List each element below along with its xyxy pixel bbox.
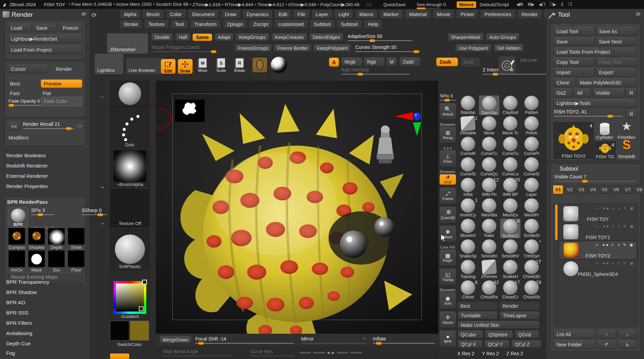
render-section-header[interactable]: Render Booleans: [6, 152, 83, 158]
brush-cell[interactable]: CurveTu: [500, 136, 521, 157]
toolbar-button[interactable]: Double: [151, 34, 173, 41]
brush-cell[interactable]: 1 InsertCy: [457, 198, 479, 218]
menu-item[interactable]: Preferences: [480, 10, 515, 18]
move-out-folder-button[interactable]: ↱: [596, 340, 616, 349]
brush-cell[interactable]: Layer: [521, 177, 542, 198]
bpr-pass[interactable]: Sss: [47, 251, 66, 272]
make-unified-skin-button[interactable]: Make Unified Skin: [457, 321, 540, 329]
save-tool-button[interactable]: Save: [553, 37, 594, 46]
menu-item[interactable]: customized: [274, 20, 308, 28]
tool-thumb-polymesh-star[interactable]: ★ PolyMes: [616, 122, 637, 140]
menu-item[interactable]: Color: [166, 10, 186, 18]
fade-color-input[interactable]: Fade Color: [41, 97, 82, 106]
bpr-pass[interactable]: Mask: [27, 251, 46, 272]
load-tool-button[interactable]: Load Tool: [553, 27, 594, 36]
load-button[interactable]: Load: [8, 24, 32, 32]
move-gizmo-button[interactable]: M Move: [197, 58, 209, 74]
panel-divider-icon[interactable]: ▸: [102, 185, 104, 189]
best-render-button[interactable]: Best: [457, 302, 498, 310]
brush-cell[interactable]: MeshPr: [521, 198, 542, 218]
menu-item[interactable]: Transform: [190, 20, 221, 28]
qcyl-z-button[interactable]: QCyl Z: [511, 340, 541, 348]
menu-refresh-icon[interactable]: ⟳: [92, 12, 96, 19]
menu-item[interactable]: Zplugin: [223, 20, 247, 28]
default-zscript-button[interactable]: DefaultZScript: [480, 2, 509, 7]
right-shelf-button[interactable]: ▦ PolyF: [439, 250, 456, 266]
window-cycle-right-icon[interactable]: ❐▶: [550, 2, 556, 7]
bpr-render-button[interactable]: BPR: [8, 207, 28, 227]
brush-cell[interactable]: MeshEx: [500, 198, 521, 218]
bpr-pass[interactable]: Floor: [67, 251, 86, 272]
bpr-pass[interactable]: AmOc: [7, 251, 26, 272]
goz-visible-button[interactable]: Visible: [592, 89, 625, 97]
gradient-picker-icon[interactable]: [113, 281, 146, 314]
timelapse-button[interactable]: TimeLapse: [499, 311, 540, 319]
brush-cell[interactable]: CurveQu: [479, 157, 500, 177]
lightbox-tools-button[interactable]: Lightbox▶Tools: [553, 99, 637, 108]
subtool-view-tab[interactable]: V4: [588, 185, 598, 194]
qsphere-button[interactable]: QSphere: [485, 331, 513, 338]
sharpen-mask-button[interactable]: SharpenMask: [447, 34, 484, 41]
right-shelf-button[interactable]: ◱ Transp: [439, 269, 456, 285]
brush-cell[interactable]: CurveSt: [457, 157, 479, 177]
brush-cell[interactable]: 17 ChiselCr: [500, 280, 521, 300]
mrgb-button[interactable]: Mrgb: [341, 57, 362, 66]
menu-item[interactable]: Document: [188, 10, 219, 18]
move-into-folder-button[interactable]: ↳: [618, 340, 637, 349]
subtool-view-tab[interactable]: V6: [611, 185, 621, 194]
lightbox-renderset-button[interactable]: Lightbox▶RenderSet: [8, 35, 82, 43]
brush-cell[interactable]: 8 ScribeCl: [500, 218, 521, 239]
max-bend-angle-slider[interactable]: Max Bend Angle: [163, 349, 232, 356]
brush-cell[interactable]: SmoothI: [479, 239, 500, 259]
brush-cell[interactable]: 12 IMM Pri: [479, 177, 500, 198]
tool-thumb-cylinder[interactable]: Cylinder: [594, 122, 615, 140]
subtool-view-tab[interactable]: V8: [634, 185, 644, 194]
zsub-button[interactable]: Zsub: [436, 57, 458, 66]
copy-tool-button[interactable]: Copy Tool: [553, 58, 594, 67]
toolbar-button[interactable]: DetectEdges: [309, 34, 344, 41]
menu-item[interactable]: Texture: [144, 20, 169, 28]
see-through-slider[interactable]: See-through 0: [417, 2, 446, 7]
render-section-header[interactable]: BPR Filters: [6, 320, 83, 326]
render-section-header[interactable]: BPR SSS: [6, 310, 83, 316]
tool-thumb-fish-to[interactable]: 4 FISH TO: [594, 141, 616, 160]
render-section-header[interactable]: BPR AO: [6, 300, 83, 305]
modifiers-label[interactable]: Modifiers: [9, 135, 29, 141]
panel-divider-icon[interactable]: ▸: [102, 221, 104, 226]
subtool-row-icons[interactable]: ⇠ ●● ◐ ◑ ✎ ◉: [596, 242, 634, 247]
brush-cell[interactable]: Flatten: [521, 95, 542, 116]
scrub-left-icon[interactable]: ◀: [327, 350, 330, 355]
zcut-button[interactable]: Zcut: [461, 57, 480, 66]
turntable-button[interactable]: Turntable: [457, 311, 498, 319]
toolbar-button[interactable]: KeepCreases: [271, 34, 307, 41]
switch-color-button[interactable]: SwitchColor: [110, 342, 149, 347]
brush-cell[interactable]: CurveM: [457, 136, 479, 157]
load-tools-from-project-button[interactable]: Load Tools From Project: [553, 48, 637, 56]
clone-button[interactable]: Clone: [553, 78, 575, 87]
brush-cell[interactable]: 20 IMM BP: [500, 177, 521, 198]
save-button[interactable]: Save: [33, 24, 57, 32]
stroke-size-left-icon[interactable]: ◀'IIII: [516, 2, 523, 7]
goz-button[interactable]: GoZ: [553, 89, 573, 97]
render-section-header[interactable]: Fog: [6, 350, 83, 356]
toolbar-button[interactable]: Same: [192, 34, 212, 41]
best-mode[interactable]: Best: [10, 81, 20, 87]
visible-count-slider[interactable]: Visible Count 7: [554, 174, 636, 182]
gradient-selector-inner[interactable]: [139, 306, 144, 311]
render-mode-label[interactable]: Render: [56, 66, 72, 72]
subtool-row-icons[interactable]: ⇠ ●● ◐ ◑ ✎ ◉: [596, 224, 634, 229]
ssharp-slider[interactable]: SSharp 0: [82, 208, 107, 215]
brush-cell[interactable]: Standar: [457, 95, 479, 116]
menu-item[interactable]: Subtool: [337, 20, 362, 28]
goz-all-button[interactable]: All: [574, 89, 591, 97]
adaptive-size-slider[interactable]: AdaptiveSize 50: [348, 34, 413, 41]
right-shelf-button[interactable]: ↺ XYZ: [439, 174, 456, 185]
qgrid-button[interactable]: QGrid: [515, 331, 539, 338]
color-picker[interactable]: Gradient: [110, 270, 150, 319]
subtool-up-button[interactable]: ↑: [596, 330, 616, 339]
goz-r-button[interactable]: R: [626, 89, 637, 97]
material-selector[interactable]: SoftPlastic: [110, 229, 150, 269]
gradient-selector-outer[interactable]: [142, 280, 147, 284]
brush-cell[interactable]: MeshBa: [479, 198, 500, 218]
brush-cell[interactable]: 17 Chisel3D: [521, 259, 542, 280]
